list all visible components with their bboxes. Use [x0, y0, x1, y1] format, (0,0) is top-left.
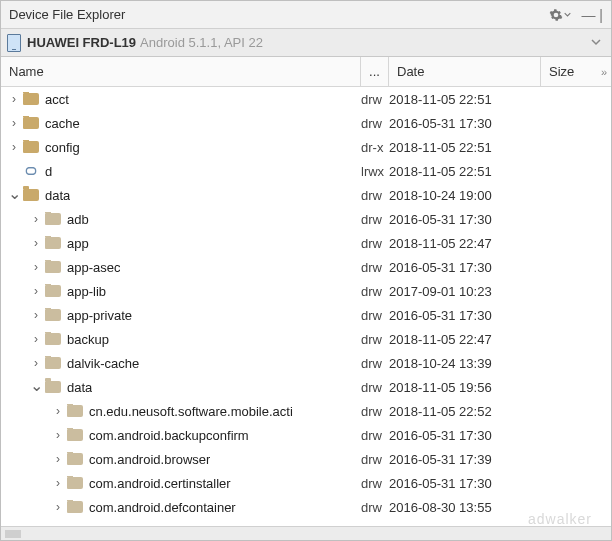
- file-name: com.android.certinstaller: [89, 476, 231, 491]
- file-row[interactable]: ›com.android.certinstallerdrw2016-05-31 …: [1, 471, 611, 495]
- folder-icon: [23, 189, 39, 201]
- file-row[interactable]: ›com.android.defcontainerdrw2016-08-30 1…: [1, 495, 611, 519]
- file-row[interactable]: ›com.android.backupconfirmdrw2016-05-31 …: [1, 423, 611, 447]
- file-tree[interactable]: ›acctdrw2018-11-05 22:51›cachedrw2016-05…: [1, 87, 611, 526]
- file-name: data: [45, 188, 70, 203]
- column-permissions[interactable]: ...: [361, 57, 389, 86]
- folder-icon: [67, 477, 83, 489]
- file-permissions: drw: [361, 428, 389, 443]
- expand-toggle-icon[interactable]: ›: [51, 500, 65, 514]
- folder-icon: [45, 213, 61, 225]
- titlebar: Device File Explorer — |: [1, 1, 611, 29]
- device-bar[interactable]: HUAWEI FRD-L19 Android 5.1.1, API 22: [1, 29, 611, 57]
- file-permissions: drw: [361, 356, 389, 371]
- file-row[interactable]: ›dalvik-cachedrw2018-10-24 13:39: [1, 351, 611, 375]
- file-date: 2018-11-05 22:52: [389, 404, 541, 419]
- expand-toggle-icon[interactable]: ›: [7, 116, 21, 130]
- file-row[interactable]: ›app-privatedrw2016-05-31 17:30: [1, 303, 611, 327]
- file-row[interactable]: ›cachedrw2016-05-31 17:30: [1, 111, 611, 135]
- file-permissions: drw: [361, 284, 389, 299]
- folder-icon: [67, 429, 83, 441]
- file-name: acct: [45, 92, 69, 107]
- expand-toggle-icon[interactable]: ›: [29, 332, 43, 346]
- folder-icon: [23, 141, 39, 153]
- gear-icon[interactable]: [549, 8, 571, 22]
- hide-icon[interactable]: — |: [581, 7, 603, 23]
- folder-icon: [45, 333, 61, 345]
- file-row[interactable]: ›adbdrw2016-05-31 17:30: [1, 207, 611, 231]
- file-date: 2016-05-31 17:30: [389, 428, 541, 443]
- file-name: config: [45, 140, 80, 155]
- file-row[interactable]: ›backupdrw2018-11-05 22:47: [1, 327, 611, 351]
- file-date: 2018-10-24 13:39: [389, 356, 541, 371]
- file-row[interactable]: ›appdrw2018-11-05 22:47: [1, 231, 611, 255]
- file-permissions: drw: [361, 332, 389, 347]
- expand-toggle-icon[interactable]: ›: [51, 476, 65, 490]
- expand-toggle-icon[interactable]: ›: [51, 428, 65, 442]
- file-row[interactable]: ›configdr-x2018-11-05 22:51: [1, 135, 611, 159]
- file-permissions: drw: [361, 380, 389, 395]
- file-permissions: drw: [361, 500, 389, 515]
- folder-icon: [45, 261, 61, 273]
- column-size[interactable]: Size»: [541, 57, 611, 86]
- file-permissions: drw: [361, 476, 389, 491]
- file-date: 2016-05-31 17:30: [389, 116, 541, 131]
- file-row[interactable]: ›dlrwx2018-11-05 22:51: [1, 159, 611, 183]
- collapse-toggle-icon[interactable]: ⌄: [29, 378, 43, 395]
- expand-toggle-icon[interactable]: ›: [51, 452, 65, 466]
- folder-icon: [23, 117, 39, 129]
- file-permissions: drw: [361, 212, 389, 227]
- file-date: 2018-11-05 22:51: [389, 140, 541, 155]
- file-row[interactable]: ›cn.edu.neusoft.software.mobile.actidrw2…: [1, 399, 611, 423]
- file-row[interactable]: ›com.android.browserdrw2016-05-31 17:39: [1, 447, 611, 471]
- expand-toggle-icon[interactable]: ›: [29, 308, 43, 322]
- file-name: d: [45, 164, 52, 179]
- expand-toggle-icon[interactable]: ›: [29, 212, 43, 226]
- file-date: 2016-05-31 17:39: [389, 452, 541, 467]
- folder-icon: [23, 93, 39, 105]
- file-name: data: [67, 380, 92, 395]
- titlebar-actions: — |: [549, 7, 603, 23]
- file-permissions: drw: [361, 236, 389, 251]
- file-name: cache: [45, 116, 80, 131]
- file-date: 2017-09-01 10:23: [389, 284, 541, 299]
- folder-icon: [45, 357, 61, 369]
- column-overflow-icon[interactable]: »: [601, 66, 607, 78]
- expand-toggle-icon[interactable]: ›: [7, 140, 21, 154]
- file-name: app-lib: [67, 284, 106, 299]
- column-name[interactable]: Name: [1, 57, 361, 86]
- expand-toggle-icon[interactable]: ›: [29, 356, 43, 370]
- file-name: com.android.defcontainer: [89, 500, 236, 515]
- file-row[interactable]: ›app-asecdrw2016-05-31 17:30: [1, 255, 611, 279]
- device-dropdown-icon[interactable]: [587, 35, 605, 50]
- file-date: 2018-10-24 19:00: [389, 188, 541, 203]
- file-date: 2016-05-31 17:30: [389, 260, 541, 275]
- file-row[interactable]: ›acctdrw2018-11-05 22:51: [1, 87, 611, 111]
- file-permissions: drw: [361, 260, 389, 275]
- expand-toggle-icon[interactable]: ›: [51, 404, 65, 418]
- symlink-icon: [23, 165, 39, 177]
- status-bar: [1, 526, 611, 540]
- file-date: 2018-11-05 22:47: [389, 236, 541, 251]
- file-name: adb: [67, 212, 89, 227]
- file-row[interactable]: ›app-libdrw2017-09-01 10:23: [1, 279, 611, 303]
- file-name: com.android.backupconfirm: [89, 428, 249, 443]
- file-date: 2018-11-05 19:56: [389, 380, 541, 395]
- expand-toggle-icon[interactable]: ›: [29, 284, 43, 298]
- file-date: 2018-11-05 22:47: [389, 332, 541, 347]
- file-row[interactable]: ⌄datadrw2018-11-05 19:56: [1, 375, 611, 399]
- file-permissions: lrwx: [361, 164, 389, 179]
- file-date: 2016-05-31 17:30: [389, 212, 541, 227]
- file-date: 2018-11-05 22:51: [389, 164, 541, 179]
- file-permissions: dr-x: [361, 140, 389, 155]
- folder-icon: [45, 381, 61, 393]
- file-row[interactable]: ⌄datadrw2018-10-24 19:00: [1, 183, 611, 207]
- expand-toggle-icon[interactable]: ›: [29, 236, 43, 250]
- expand-toggle-icon[interactable]: ›: [7, 92, 21, 106]
- window-title: Device File Explorer: [9, 7, 549, 22]
- file-name: app-private: [67, 308, 132, 323]
- column-date[interactable]: Date: [389, 57, 541, 86]
- collapse-toggle-icon[interactable]: ⌄: [7, 186, 21, 203]
- file-date: 2016-05-31 17:30: [389, 476, 541, 491]
- expand-toggle-icon[interactable]: ›: [29, 260, 43, 274]
